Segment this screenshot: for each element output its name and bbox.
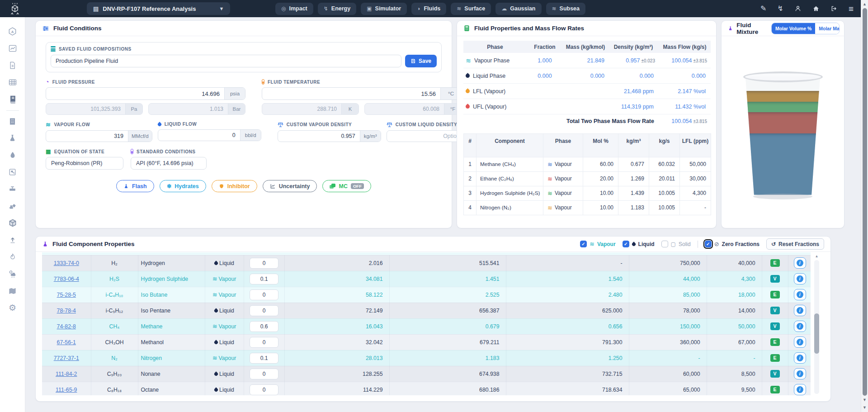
liquid-flow-input[interactable] xyxy=(158,130,240,141)
fraction-input[interactable] xyxy=(250,321,278,332)
molar-mass-toggle[interactable]: Molar Mass % xyxy=(815,23,840,34)
upload-icon[interactable] xyxy=(0,232,25,249)
info-button[interactable]: i xyxy=(794,368,806,379)
scroll-down-icon[interactable]: ▼ xyxy=(861,398,868,402)
standard-conditions-select[interactable]: API (60°F, 14.696 psia) xyxy=(131,157,207,170)
module-fluids[interactable]: ◗ Fluids xyxy=(411,3,446,15)
flask-icon[interactable] xyxy=(0,130,25,147)
cas-number-link[interactable]: 78-78-4 xyxy=(57,308,76,314)
reset-fractions-button[interactable]: ↺ Reset Fractions xyxy=(766,238,824,250)
hydrates-button[interactable]: ❄ Hydrates xyxy=(160,180,206,192)
droplet-icon xyxy=(213,387,218,392)
hexagon-a-icon[interactable]: A xyxy=(0,23,25,40)
excavator-icon[interactable] xyxy=(0,198,25,215)
zero-fractions-checkbox[interactable]: ⊘ Zero Fractions xyxy=(705,241,760,247)
checkbox[interactable] xyxy=(705,241,712,247)
info-button[interactable]: i xyxy=(794,289,806,300)
flame-icon[interactable] xyxy=(0,249,25,266)
save-button[interactable]: Save xyxy=(405,55,437,67)
scroll-down-icon[interactable]: ▼ xyxy=(861,406,868,410)
layer-methane xyxy=(744,133,822,197)
info-button[interactable]: i xyxy=(794,384,806,395)
cube-icon[interactable] xyxy=(0,215,25,232)
logout-icon[interactable] xyxy=(830,5,838,12)
checkbox[interactable] xyxy=(580,241,587,247)
page-scrollbar-thumb[interactable] xyxy=(863,8,867,396)
fraction-input[interactable] xyxy=(250,337,278,348)
table-scrollbar-thumb[interactable] xyxy=(814,313,819,354)
fraction-input[interactable] xyxy=(250,305,278,316)
scroll-up-icon[interactable]: ▲ xyxy=(861,2,868,6)
filters-divider xyxy=(698,241,698,248)
custom-vapour-density-input[interactable] xyxy=(278,131,360,142)
chart-line-icon[interactable] xyxy=(0,40,25,57)
info-button[interactable]: i xyxy=(794,257,806,269)
fraction-input[interactable] xyxy=(250,258,278,269)
inhibitor-button[interactable]: Inhibitor xyxy=(212,180,257,192)
valve-icon[interactable] xyxy=(0,181,25,198)
fraction-input[interactable] xyxy=(250,274,278,284)
document-icon[interactable] xyxy=(0,57,25,74)
module-energy[interactable]: ↯ Energy xyxy=(318,3,356,15)
phase-icon xyxy=(465,73,471,79)
cas-number-link[interactable]: 111-65-9 xyxy=(56,387,77,393)
fraction-input[interactable] xyxy=(250,369,278,379)
molar-volume-toggle[interactable]: Molar Volume % xyxy=(772,23,815,34)
flask-icon xyxy=(42,241,48,247)
info-button[interactable]: i xyxy=(794,352,806,364)
fraction-input[interactable] xyxy=(250,289,278,300)
weather-icon[interactable] xyxy=(0,265,25,283)
cas-number-link[interactable]: 74-82-8 xyxy=(57,323,76,330)
table-header-row: Phase Fraction Mass (kg/kmol) Density (k… xyxy=(463,41,711,53)
status-badge: V xyxy=(770,307,780,314)
temperature-input[interactable] xyxy=(262,88,440,99)
book-icon: ▤ xyxy=(93,5,99,12)
map-icon[interactable] xyxy=(0,283,25,300)
data-table-icon[interactable] xyxy=(0,74,25,91)
droplet-icon[interactable] xyxy=(0,147,25,164)
book-icon[interactable] xyxy=(0,91,25,108)
menu-icon[interactable]: ≡ xyxy=(849,5,854,13)
info-button[interactable]: i xyxy=(794,305,806,316)
cas-number-link[interactable]: 75-28-5 xyxy=(57,292,76,298)
uncertainty-button[interactable]: Uncertainty xyxy=(263,180,317,192)
cas-number-link[interactable]: 111-84-2 xyxy=(56,371,77,377)
filter-vapour-checkbox[interactable]: ≋ Vapour xyxy=(580,241,616,247)
home-icon[interactable] xyxy=(812,5,820,12)
info-button[interactable]: i xyxy=(794,321,806,332)
module-subsea[interactable]: ≋ Subsea xyxy=(546,3,585,15)
cas-number-link[interactable]: 1333-74-0 xyxy=(54,260,79,266)
scroll-up-icon[interactable]: ▲ xyxy=(814,255,820,258)
pressure-input[interactable] xyxy=(46,88,224,99)
info-button[interactable]: i xyxy=(794,336,806,348)
module-impact[interactable]: ◎ Impact xyxy=(275,3,313,15)
composition-name-input[interactable] xyxy=(51,55,401,67)
flash-button[interactable]: Flash xyxy=(116,180,154,192)
user-icon[interactable] xyxy=(794,5,802,12)
info-button[interactable]: i xyxy=(794,273,806,284)
droplet-icon xyxy=(213,308,218,313)
lightning-icon[interactable]: ↯ xyxy=(778,5,783,12)
waves-icon: ≋ xyxy=(552,5,556,12)
monte-carlo-button[interactable]: MC OFF xyxy=(322,180,371,192)
module-gaussian[interactable]: ☁ Gaussian xyxy=(495,3,541,15)
cas-number-link[interactable]: 7727-37-1 xyxy=(54,355,79,361)
vapour-flow-input[interactable] xyxy=(46,131,128,142)
cas-number-link[interactable]: 7783-06-4 xyxy=(54,276,79,282)
equation-of-state-select[interactable]: Peng-Robinson (PR) xyxy=(46,157,123,170)
filter-liquid-checkbox[interactable]: Liquid xyxy=(623,241,655,247)
fraction-input[interactable] xyxy=(250,384,278,395)
checkbox[interactable] xyxy=(623,241,629,247)
cas-number-link[interactable]: 67-56-1 xyxy=(57,339,76,346)
module-surface[interactable]: ≋ Surface xyxy=(451,3,491,15)
info-icon: i xyxy=(797,275,803,282)
gear-icon[interactable]: ⚙ xyxy=(0,299,25,317)
building-icon[interactable] xyxy=(0,113,25,130)
checkbox[interactable] xyxy=(661,241,668,247)
image-frame-icon[interactable] xyxy=(0,164,25,181)
module-simulator[interactable]: ▣ Simulator xyxy=(361,3,407,15)
project-selector[interactable]: ▤ DNV-RP-F107 Reference Analysis ▼ xyxy=(87,2,230,15)
filter-solid-checkbox[interactable]: ▢ Solid xyxy=(661,241,691,247)
edit-icon[interactable]: ✎ xyxy=(760,5,766,12)
fraction-input[interactable] xyxy=(250,353,278,364)
